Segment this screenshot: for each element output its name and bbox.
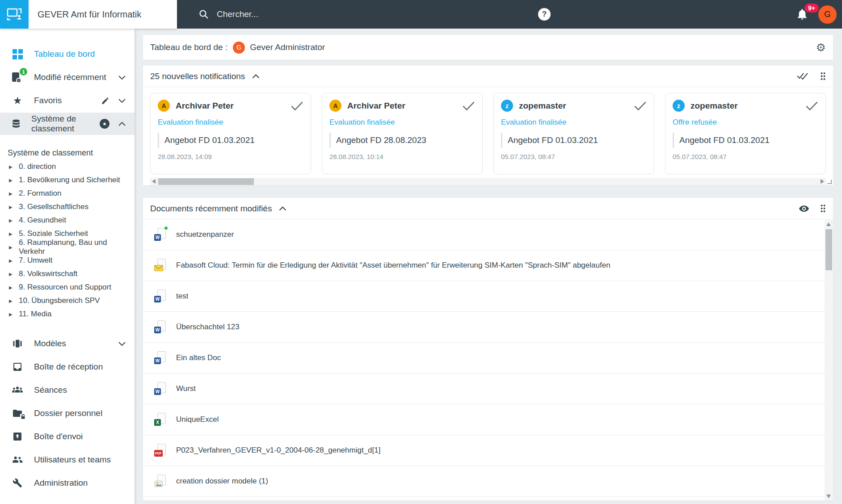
sidebar-item-utilisateurs-et-teams[interactable]: Utilisateurs et teams <box>0 449 135 471</box>
users-group-icon <box>11 455 24 464</box>
chevron-down-icon[interactable] <box>118 99 126 103</box>
tree-node-label: 7. Umwelt <box>19 256 53 265</box>
chevron-down-icon[interactable] <box>118 76 126 80</box>
mark-read-check-icon[interactable] <box>290 101 303 110</box>
expand-arrow-icon[interactable]: ▶ <box>9 272 14 277</box>
scroll-right-arrow[interactable] <box>821 179 824 184</box>
settings-gear-icon[interactable]: ⚙ <box>816 42 826 53</box>
search-input[interactable] <box>216 9 404 20</box>
expand-arrow-icon[interactable]: ▶ <box>9 245 14 250</box>
sender-avatar: A <box>158 100 170 112</box>
owner-avatar: G <box>233 42 245 54</box>
expand-arrow-icon[interactable]: ▶ <box>9 191 14 196</box>
sidebar-item-modeles[interactable]: Modèles <box>0 332 135 355</box>
scroll-left-arrow[interactable] <box>152 179 156 184</box>
help-icon[interactable]: ? <box>538 8 551 21</box>
document-row[interactable]: Fabasoft Cloud: Termin für die Erledigun… <box>143 250 833 281</box>
expand-arrow-icon[interactable]: ▶ <box>9 205 14 210</box>
sender-name: zopemaster <box>690 101 738 111</box>
notifications-bell-button[interactable]: 9+ <box>796 8 808 21</box>
expand-arrow-icon[interactable]: ▶ <box>9 218 14 223</box>
document-row[interactable]: W test <box>143 281 833 312</box>
search-icon <box>198 9 209 20</box>
document-name: creation dossier modele (1) <box>176 477 268 486</box>
notification-subject: Angebot FD 01.03.2021 <box>501 133 647 148</box>
notification-action-link[interactable]: Evaluation finalisée <box>329 118 475 127</box>
notification-subject: Angebot FD 01.03.2021 <box>158 133 303 148</box>
sidebar-item-boite-de-reception[interactable]: Boîte de réception <box>0 356 135 378</box>
tree-node-1-bevoelkerung[interactable]: ▶1. Bevölkerung und Sicherheit <box>8 173 135 187</box>
expand-arrow-icon[interactable]: ▶ <box>9 312 14 317</box>
notification-action-link[interactable]: Evaluation finalisée <box>501 118 647 127</box>
notification-card[interactable]: z zopemaster Evaluation finalisée Angebo… <box>493 93 654 174</box>
document-name: schuetzenpanzer <box>176 230 234 239</box>
sidebar-item-modifie-recemment[interactable]: 1 Modifié récemment <box>0 66 135 88</box>
scroll-down-arrow[interactable] <box>826 495 831 498</box>
document-row[interactable]: X UniqueExcel <box>143 404 833 435</box>
wrench-icon <box>11 478 24 488</box>
expand-arrow-icon[interactable]: ▶ <box>9 258 14 263</box>
favorite-circle-icon[interactable]: ★ <box>100 119 109 129</box>
tree-node-2-formation[interactable]: ▶2. Formation <box>8 187 135 200</box>
tree-node-8-volkswirtschaft[interactable]: ▶8. Volkswirtschaft <box>8 267 135 281</box>
sidebar-item-systeme-de-classement[interactable]: Système de classement ★ <box>0 113 135 135</box>
drag-handle-dots-icon[interactable] <box>820 72 826 80</box>
document-row[interactable]: W schuetzenpanzer <box>143 219 833 250</box>
vertical-scrollbar[interactable] <box>825 220 833 500</box>
tree-node-label: 10. Übungsbereich SPV <box>19 296 100 305</box>
scroll-up-arrow[interactable] <box>826 223 831 226</box>
documents-panel: Documents récemment modifiés <box>143 198 833 500</box>
expand-arrow-icon[interactable]: ▶ <box>9 231 14 236</box>
sidebar-item-seances[interactable]: Séances <box>0 379 135 401</box>
chevron-down-icon[interactable] <box>118 342 126 346</box>
document-row[interactable]: W Ein altes Doc <box>143 343 833 374</box>
email-file-icon <box>154 259 166 272</box>
vertical-scrollbar-thumb[interactable] <box>825 229 832 270</box>
tree-node-11-media[interactable]: ▶11. Media <box>8 307 135 321</box>
expand-arrow-icon[interactable]: ▶ <box>9 285 14 290</box>
mark-all-read-doublecheck-icon[interactable] <box>797 72 809 80</box>
horizontal-scrollbar[interactable] <box>150 178 826 185</box>
mark-read-check-icon[interactable] <box>805 101 818 110</box>
document-row[interactable]: W Wurst <box>143 374 833 404</box>
document-row[interactable]: W Überschachtel 123 <box>143 312 833 343</box>
sidebar-item-administration[interactable]: Administration <box>0 472 135 494</box>
eye-icon[interactable] <box>799 205 809 212</box>
sidebar-item-boite-denvoi[interactable]: Boîte d'envoi <box>0 425 135 448</box>
sidebar-item-dossier-personnel[interactable]: Dossier personnel <box>0 402 135 424</box>
mark-read-check-icon[interactable] <box>462 101 475 110</box>
user-avatar[interactable]: G <box>818 5 837 24</box>
app-logo[interactable] <box>0 0 29 29</box>
tree-node-4-gesundheit[interactable]: ▶4. Gesundheit <box>8 214 135 227</box>
drag-handle-dots-icon[interactable] <box>820 204 826 213</box>
notification-action-link[interactable]: Evaluation finalisée <box>158 118 303 127</box>
tree-node-6-raumplanung[interactable]: ▶6. Raumplanung, Bau und Verkehr <box>8 240 135 254</box>
sidebar-item-label: Séances <box>34 385 67 395</box>
tree-node-3-gesellschaftliches[interactable]: ▶3. Gesellschaftliches <box>8 200 135 214</box>
tree-node-9-ressourcen[interactable]: ▶9. Ressourcen und Support <box>8 281 135 294</box>
tree-root-label[interactable]: Système de classement <box>8 146 135 160</box>
mark-read-check-icon[interactable] <box>634 101 647 110</box>
edit-pencil-icon[interactable] <box>101 97 109 105</box>
notification-card[interactable]: A Archivar Peter Evaluation finalisée An… <box>150 93 311 174</box>
expand-arrow-icon[interactable]: ▶ <box>9 178 14 183</box>
notification-card[interactable]: z zopemaster Offre refusée Angebot FD 01… <box>665 93 826 174</box>
documents-list: W schuetzenpanzer <box>143 219 833 497</box>
sidebar-item-tableau-de-bord[interactable]: Tableau de bord <box>0 43 135 65</box>
horizontal-scrollbar-thumb[interactable] <box>158 178 254 185</box>
notification-card[interactable]: A Archivar Peter Evaluation finalisée An… <box>322 93 483 174</box>
document-row[interactable]: PDF P023_Verfahren_GEVER_v1-0_2004-06-28… <box>143 435 833 466</box>
expand-arrow-icon[interactable]: ▶ <box>9 298 14 303</box>
collapse-chevron-up-icon[interactable] <box>279 206 286 211</box>
tree-node-label: 9. Ressourcen und Support <box>19 283 111 292</box>
chevron-up-icon[interactable] <box>118 122 126 126</box>
tree-node-0-direction[interactable]: ▶0. direction <box>8 160 135 173</box>
panel-resize-handle[interactable] <box>827 180 832 184</box>
notification-action-link[interactable]: Offre refusée <box>673 118 818 127</box>
sidebar-item-favoris[interactable]: ★ Favoris <box>0 89 135 112</box>
expand-arrow-icon[interactable]: ▶ <box>9 164 14 169</box>
collapse-chevron-up-icon[interactable] <box>252 74 260 79</box>
document-row[interactable]: creation dossier modele (1) <box>143 466 833 497</box>
tree-node-10-uebungsbereich[interactable]: ▶10. Übungsbereich SPV <box>8 294 135 307</box>
outbox-icon <box>11 431 24 442</box>
